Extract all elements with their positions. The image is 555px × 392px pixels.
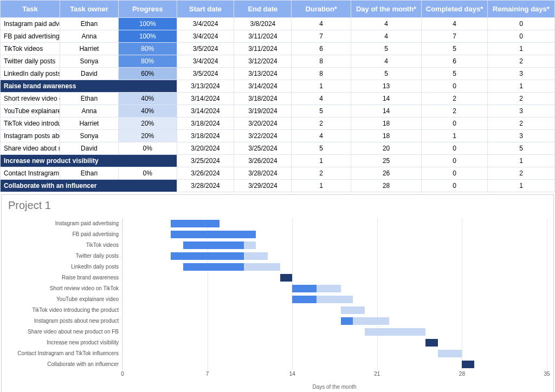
x-tick: 28 [459,371,465,377]
cell-comp: 5 [422,68,488,80]
table-row[interactable]: TikTok videosHarriet80%3/5/20243/11/2024… [1,43,555,55]
cell-comp: 1 [422,130,488,142]
cell-owner: David [60,142,118,155]
cell-task: Contact Instragram and TikTok influencer… [1,167,60,180]
cell-task: TikTok video introducing the product [1,117,60,130]
grid-line [462,218,462,370]
cell-task: Instagram posts about new product [1,130,60,142]
th-start: Start date [177,1,234,18]
table-row[interactable]: Share video about new product on FBDavid… [1,142,555,155]
table-row[interactable]: YouTube explainare videoAnna40%3/14/2024… [1,105,555,117]
cell-duration: 4 [292,130,351,142]
cell-start: 3/26/2024 [177,167,234,180]
chart-row-label: Instagram posts about new product [8,316,119,326]
cell-end: 3/11/2024 [234,30,292,43]
table-row[interactable]: Instagram posts about new productSonya20… [1,130,555,142]
cell-owner: Anna [60,30,118,43]
table-row[interactable]: Increase new product visibility3/25/2024… [1,155,555,167]
grid-line [377,218,378,370]
gantt-bar-remaining [341,306,365,314]
cell-progress: 80% [118,55,177,68]
cell-end: 3/22/2024 [234,130,292,142]
cell-start: 3/14/2024 [177,105,234,117]
cell-dom: 13 [351,80,422,93]
cell-dom: 4 [351,55,422,68]
cell-duration: 2 [292,167,351,180]
cell-dom: 4 [351,30,422,43]
cell-end: 3/25/2024 [234,142,292,155]
cell-owner: Sonya [60,130,118,142]
gantt-bar-completed [292,285,317,292]
cell-progress: 80% [118,43,177,55]
grid-line [208,218,208,370]
gantt-bar-remaining [438,350,462,357]
cell-end: 3/20/2024 [234,117,292,130]
th-owner: Task owner [60,1,118,18]
chart-row-label: Share video about new product on FB [8,326,119,337]
grid-line [292,218,293,370]
chart-row-label: Short review video on TikTok [8,283,119,294]
table-row[interactable]: Short review video on TikTokEthan40%3/14… [1,93,555,105]
cell-owner: Anna [60,105,118,117]
table-row[interactable]: Twitter daily postsSonya80%3/4/20243/12/… [1,55,555,68]
cell-task: Instagram paid advertising [1,18,60,30]
cell-task: LinkedIn daily posts [1,68,60,80]
cell-start: 3/25/2024 [177,155,234,167]
th-progress: Progress [118,1,177,18]
cell-rem: 5 [487,142,554,155]
cell-dom: 14 [351,105,422,117]
chart-title: Project 1 [8,199,547,212]
cell-duration: 5 [292,105,351,117]
cell-rem: 1 [487,43,554,55]
gantt-bar-remaining [365,328,425,336]
cell-owner: Ethan [60,18,118,30]
x-tick: 0 [121,371,124,377]
chart-row-label: YouTube explainare video [8,294,119,305]
table-row[interactable]: Raise brand awareness3/13/20243/14/20241… [1,80,555,93]
cell-end: 3/12/2024 [234,55,292,68]
cell-end: 3/28/2024 [234,167,292,180]
table-row[interactable]: Contact Instragram and TikTok influencer… [1,167,555,180]
cell-progress: 100% [118,18,177,30]
cell-dom: 18 [351,117,422,130]
table-row[interactable]: LinkedIn daily postsDavid60%3/5/20243/13… [1,68,555,80]
cell-start: 3/13/2024 [177,80,234,93]
cell-duration: 1 [292,180,351,192]
chart-row-label: Twitter daily posts [8,251,119,262]
gantt-bar-completed [183,241,244,249]
chart-row-label: Increase new product visibility [8,337,119,348]
tasks-table: Task Task owner Progress Start date End … [0,0,555,192]
th-dom: Day of the month* [351,1,422,18]
table-row[interactable]: FB paid advertisingAnna100%3/4/20243/11/… [1,30,555,43]
cell-task: Twitter daily posts [1,55,60,68]
x-tick: 35 [544,371,550,377]
gantt-bar-completed [171,231,256,238]
cell-end: 3/11/2024 [234,43,292,55]
cell-duration: 2 [292,117,351,130]
milestone-name: Collaborate with an influencer [1,180,177,192]
cell-end: 3/19/2024 [234,105,292,117]
table-row[interactable]: Collaborate with an influencer3/28/20243… [1,180,555,192]
chart-row-label: LinkedIn daily posts [8,262,119,272]
chart-row-label: Instagram paid advertising [8,218,119,229]
table-row[interactable]: TikTok video introducing the productHarr… [1,117,555,130]
cell-comp: 2 [422,105,488,117]
cell-duration: 6 [292,43,351,55]
cell-dom: 28 [351,180,422,192]
cell-start: 3/20/2024 [177,142,234,155]
th-task: Task [1,1,60,18]
chart-area: Instagram paid advertisingFB paid advert… [8,218,547,370]
cell-comp: 0 [422,80,488,93]
table-body: Instagram paid advertisingEthan100%3/4/2… [1,18,555,192]
chart-y-labels: Instagram paid advertisingFB paid advert… [8,218,122,370]
cell-comp: 5 [422,43,488,55]
x-axis-ticks: 0714212835 [122,371,547,380]
cell-comp: 6 [422,55,488,68]
cell-start: 3/5/2024 [177,43,234,55]
cell-start: 3/4/2024 [177,30,234,43]
cell-dom: 25 [351,155,422,167]
x-tick: 7 [206,371,209,377]
gantt-bar-completed [183,263,244,271]
table-row[interactable]: Instagram paid advertisingEthan100%3/4/2… [1,18,555,30]
cell-progress: 100% [118,30,177,43]
